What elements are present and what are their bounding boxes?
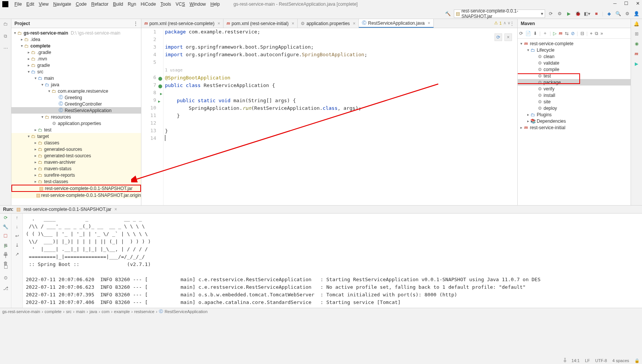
tab-pom-initial[interactable]: mpom.xml (rest-service-initial)× (224, 19, 298, 28)
maven-tree[interactable]: ▾mrest-service-complete ▾🗀Lifecycle ⚙cle… (518, 39, 631, 205)
avatar-icon[interactable]: 👤 (633, 10, 640, 17)
close-button[interactable]: ✕ (636, 1, 640, 6)
problems-tool-icon[interactable]: ⊙ (4, 275, 8, 280)
soft-wrap-icon[interactable]: ↩ (15, 233, 19, 239)
close-icon[interactable]: × (428, 21, 430, 26)
code-area[interactable]: package com.example.restservice; import … (163, 28, 517, 205)
run-settings-icon[interactable]: 🔧 (3, 224, 8, 229)
close-icon[interactable]: × (353, 21, 355, 26)
maven-phase-clean[interactable]: ⚙clean (518, 53, 631, 60)
maven-expand-icon[interactable]: ⧉ (595, 31, 598, 36)
scroll-end-icon[interactable]: ⤓ (15, 242, 19, 248)
maven-more-icon[interactable]: » (601, 31, 603, 36)
maven-phase-test[interactable]: ⚙test (518, 73, 631, 79)
endpoint-tool-icon[interactable]: ◉ (635, 41, 639, 46)
maven-generate-icon[interactable]: 📄 (525, 31, 531, 36)
left-toolstrip: 🗀 ⧉ ⋯ (0, 19, 11, 205)
menu-hicode[interactable]: HiCode (138, 1, 158, 8)
maven-offline-icon[interactable]: ⊘ (571, 31, 575, 36)
search-icon[interactable]: 🔍 (615, 10, 621, 17)
status-indent[interactable]: 4 spaces (612, 358, 629, 363)
menu-window[interactable]: Window (187, 1, 208, 8)
status-person-icon[interactable]: ỗ (564, 358, 566, 363)
tab-restapp[interactable]: ⒸRestServiceApplication.java× (359, 19, 434, 28)
menu-code[interactable]: Code (73, 1, 89, 8)
tab-appprops[interactable]: ⚙application.properties× (298, 19, 359, 28)
git-tool-icon[interactable]: ⎇ (3, 286, 8, 291)
menu-run[interactable]: Run (125, 1, 138, 8)
maven-collapse-icon[interactable]: ⊟ (580, 31, 584, 36)
build-icon[interactable]: 🔨 (445, 10, 452, 17)
maven-phase-compile[interactable]: ⚙compile (518, 66, 631, 73)
maven-download-icon[interactable]: ⬇ (533, 31, 537, 36)
menu-help[interactable]: Help (208, 1, 222, 8)
maven-tool-icon[interactable]: m (635, 51, 638, 57)
status-lock-icon[interactable]: 🔒 (634, 358, 640, 363)
line-gutter[interactable]: 12345 6⬤ 7⬤ ▶ 8 9▶ 1011121314 (141, 28, 163, 205)
maven-add-icon[interactable]: ＋ (543, 30, 547, 36)
maven-panel-title: Maven (521, 21, 535, 26)
settings-icon[interactable]: ⚙ (556, 10, 563, 17)
db-tool-icon[interactable]: ⊞ (635, 31, 639, 36)
menu-tools[interactable]: Tools (158, 1, 173, 8)
tree-restapp: ⒸRestServiceApplication (11, 107, 141, 114)
stop-run-icon[interactable]: ☐ (3, 233, 8, 239)
run-icon[interactable]: ▶ (566, 10, 572, 17)
maven-toggle-icon[interactable]: ⇆ (565, 31, 569, 36)
maven-reload-icon[interactable]: ⟳ (519, 31, 523, 36)
editor-area: mpom.xml (rest-service-complete)× mpom.x… (141, 19, 517, 205)
other-tool-icon[interactable]: ▶ (635, 61, 638, 66)
console-output[interactable]: . ____ _ __ _ _ /\\ / ___'_ __ _ _(_)_ _… (23, 214, 642, 308)
menu-file[interactable]: File (12, 1, 24, 8)
menu-view[interactable]: View (36, 1, 51, 8)
debug-icon[interactable]: 🐞 (575, 10, 582, 17)
rerun-icon[interactable]: ⟳ (4, 215, 8, 220)
menu-navigate[interactable]: Navigate (51, 1, 73, 8)
menu-build[interactable]: Build (111, 1, 125, 8)
status-bar: ỗ 14:1 LF UTF-8 4 spaces 🔒 (564, 357, 640, 364)
maven-exec-icon[interactable]: m (559, 30, 562, 36)
maven-phase-validate[interactable]: ⚙validate (518, 60, 631, 66)
ide-logo (2, 1, 8, 7)
run-tool-icon[interactable]: ▷ (4, 243, 8, 248)
breadcrumb[interactable]: gs-rest-service-main › complete › src › … (0, 308, 642, 315)
more-tools-icon[interactable]: ⋯ (3, 46, 8, 51)
maven-phase-package[interactable]: ⚙package (518, 79, 631, 85)
editor-tabs: mpom.xml (rest-service-complete)× mpom.x… (141, 19, 517, 28)
reload-icon[interactable]: ⟳ (547, 10, 554, 17)
scroll-up-icon[interactable]: ↑ (16, 215, 18, 220)
maven-phase-deploy[interactable]: ⚙deploy (518, 105, 631, 111)
status-sep[interactable]: LF (585, 358, 590, 363)
maven-phase-install[interactable]: ⚙install (518, 92, 631, 98)
close-icon[interactable]: × (217, 21, 220, 26)
scroll-down-icon[interactable]: ↓ (16, 224, 18, 229)
run-tab-close-icon[interactable]: × (114, 207, 117, 212)
menu-edit[interactable]: Edit (24, 1, 36, 8)
project-tool-icon[interactable]: 🗀 (3, 21, 8, 27)
gear2-icon[interactable]: ⚙ (624, 10, 631, 17)
tab-pom-complete[interactable]: mpom.xml (rest-service-complete)× (141, 19, 224, 28)
status-pos[interactable]: 14:1 (572, 358, 580, 363)
coverage-icon[interactable]: ◧▾ (584, 10, 591, 17)
inspection-badge[interactable]: ⚠ 1 ∧ ∨ (494, 21, 510, 25)
terminal-tool-icon[interactable]: ☐ (4, 264, 8, 270)
maven-find-usages-icon[interactable]: ⌖ (590, 31, 593, 36)
close-icon[interactable]: × (292, 21, 294, 26)
minimize-button[interactable]: ─ (613, 1, 617, 6)
clear-icon[interactable]: ↗ (15, 252, 19, 257)
menu-vcs[interactable]: VCS (173, 1, 187, 8)
structure-tool-icon[interactable]: ⧉ (4, 33, 7, 39)
menu-refactor[interactable]: Refactor (89, 1, 111, 8)
maven-run-icon[interactable]: ▷ (553, 31, 556, 36)
stop-icon[interactable]: ■ (593, 10, 600, 17)
notifications-icon[interactable]: 🔔 (634, 21, 639, 27)
maven-phase-verify[interactable]: ⚙verify (518, 85, 631, 92)
maven-phase-site[interactable]: ⚙site (518, 98, 631, 105)
status-enc[interactable]: UTF-8 (595, 358, 607, 363)
project-panel-menu[interactable]: ⋮ (133, 21, 138, 26)
debug-tool-icon[interactable]: T (4, 254, 7, 259)
project-tree[interactable]: ▾🗀gs-rest-service-main D:\ \gs-rest-serv… (11, 28, 141, 205)
maximize-button[interactable]: ☐ (624, 1, 628, 6)
cb-icon[interactable]: ◆ (606, 10, 612, 17)
run-config-selector[interactable]: ▤ rest-service-complete-0.0.1-SNAPSHOT.j… (454, 9, 545, 18)
